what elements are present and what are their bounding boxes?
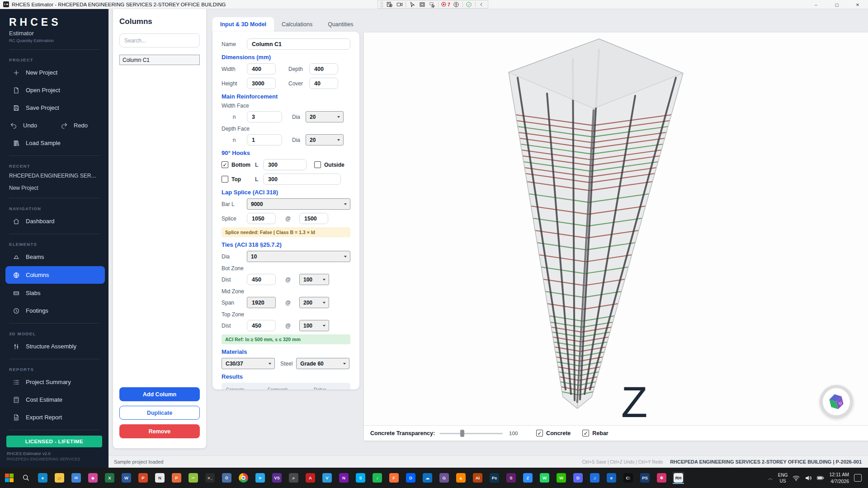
toolbar-grip-handle[interactable] bbox=[380, 1, 383, 7]
collapse-toolbar-icon[interactable] bbox=[478, 1, 486, 8]
taskbar-paint-icon[interactable]: P bbox=[171, 472, 182, 484]
taskbar-dropbox-icon[interactable]: D bbox=[405, 472, 416, 484]
sidebar-item-save-project[interactable]: Save Project bbox=[0, 99, 108, 117]
battery-icon[interactable] bbox=[817, 474, 824, 482]
sidebar-item-structure-assembly[interactable]: Structure Assembly bbox=[0, 338, 108, 355]
top-spacing-select[interactable]: 100 bbox=[299, 320, 329, 331]
tray-overflow-chevron-icon[interactable]: ︿ bbox=[768, 475, 773, 482]
height-field[interactable] bbox=[247, 78, 276, 89]
clock[interactable]: 12:11 AM 4/7/2026 bbox=[829, 471, 849, 484]
region-capture-icon[interactable] bbox=[418, 1, 426, 8]
transparency-slider[interactable] bbox=[439, 429, 503, 437]
top-dist-field[interactable] bbox=[247, 320, 276, 331]
steel-grade-select[interactable]: Grade 60 bbox=[296, 358, 349, 369]
taskbar-groove-music-icon[interactable]: ♫ bbox=[589, 472, 600, 484]
action-center-icon[interactable] bbox=[854, 474, 862, 482]
taskbar-onedrive-icon[interactable]: ☁ bbox=[422, 472, 433, 484]
language-indicator[interactable]: ENG US bbox=[778, 472, 788, 484]
taskbar-word-icon[interactable]: W bbox=[121, 472, 132, 484]
model-canvas[interactable]: Z Y X U bbox=[364, 33, 868, 425]
concrete-grade-select[interactable]: C30/37 bbox=[222, 358, 275, 369]
taskbar-vlc-icon[interactable]: ▲ bbox=[455, 472, 467, 484]
sidebar-item-open-project[interactable]: Open Project bbox=[0, 81, 108, 99]
viewport-3d[interactable]: Z Y X U Concrete Transparency: 100 Concr… bbox=[364, 33, 868, 441]
tab-calculations[interactable]: Calculations bbox=[274, 17, 320, 32]
taskbar-skype-icon[interactable]: S bbox=[355, 472, 366, 484]
splice-spacing-field[interactable] bbox=[299, 213, 328, 224]
sidebar-item-slabs[interactable]: Slabs bbox=[0, 284, 108, 302]
taskbar-petal-app-icon[interactable]: ✽ bbox=[656, 472, 667, 484]
taskbar-search-icon[interactable] bbox=[20, 472, 32, 484]
sidebar-item-project-summary[interactable]: Project Summary bbox=[0, 373, 108, 391]
rebar-checkbox[interactable] bbox=[582, 430, 589, 436]
mid-spacing-select[interactable]: 200 bbox=[299, 297, 329, 308]
taskbar-spotify-icon[interactable]: ♪ bbox=[372, 472, 383, 484]
wifi-icon[interactable] bbox=[793, 474, 800, 482]
taskbar-notepad-icon[interactable]: N bbox=[154, 472, 165, 484]
maximize-button[interactable]: ▢ bbox=[826, 0, 847, 9]
sidebar-item-undo[interactable]: Undo bbox=[0, 117, 58, 134]
taskbar-illustrator-icon[interactable]: Ai bbox=[472, 472, 483, 484]
taskbar-edge-browser-icon[interactable]: e bbox=[37, 472, 48, 484]
taskbar-wechat-icon[interactable]: W bbox=[556, 472, 567, 484]
taskbar-zoom-icon[interactable]: Z bbox=[522, 472, 533, 484]
bot-spacing-select[interactable]: 100 bbox=[299, 274, 329, 285]
bar-length-select[interactable]: 9000 bbox=[247, 198, 350, 210]
slider-track[interactable] bbox=[439, 433, 503, 434]
taskbar-acrobat-icon[interactable]: A bbox=[305, 472, 316, 484]
taskbar-visual-studio-icon[interactable]: VS bbox=[271, 472, 283, 484]
taskbar-powershell-icon[interactable]: PS bbox=[639, 472, 651, 484]
recent-item-rhcepeda-engineering-services-2[interactable]: RHCEPEDA ENGINEERING SERVICES 2... bbox=[0, 170, 108, 182]
license-badge[interactable]: LICENSED - LIFETIME bbox=[6, 436, 102, 447]
width-face-n-field[interactable] bbox=[247, 111, 282, 122]
close-button[interactable]: ✕ bbox=[847, 0, 868, 9]
remove-button[interactable]: Remove bbox=[119, 424, 200, 438]
column-list-item[interactable]: Column C1 bbox=[119, 55, 200, 65]
recent-item-new-project[interactable]: New Project bbox=[0, 182, 108, 194]
taskbar-start-icon[interactable] bbox=[4, 472, 15, 484]
taskbar-excel-icon[interactable]: X bbox=[104, 472, 115, 484]
sidebar-item-beams[interactable]: Beams bbox=[0, 248, 108, 266]
taskbar-photos-icon[interactable]: ◆ bbox=[87, 472, 99, 484]
search-input[interactable] bbox=[119, 33, 200, 47]
depth-face-dia-select[interactable]: 20 bbox=[306, 134, 344, 145]
taskbar-onenote-icon[interactable]: N bbox=[338, 472, 349, 484]
taskbar-slack-icon[interactable]: S bbox=[505, 472, 517, 484]
capture-settings-icon[interactable] bbox=[386, 1, 393, 8]
taskbar-chrome-icon[interactable] bbox=[238, 472, 249, 484]
cursor-capture-icon[interactable] bbox=[408, 1, 416, 8]
sidebar-item-footings[interactable]: Footings bbox=[0, 302, 108, 319]
sidebar-item-export-report[interactable]: Export Report bbox=[0, 408, 108, 426]
taskbar-snipping-tool-icon[interactable]: ✂ bbox=[188, 472, 199, 484]
duplicate-button[interactable]: Duplicate bbox=[119, 406, 200, 420]
mid-span-field[interactable] bbox=[247, 297, 276, 308]
taskbar-internet-explorer-icon[interactable]: e bbox=[606, 472, 617, 484]
splice-length-field[interactable] bbox=[247, 213, 276, 224]
taskbar-firefox-icon[interactable]: F bbox=[388, 472, 400, 484]
taskbar-settings-icon[interactable]: ⚙ bbox=[221, 472, 232, 484]
tie-dia-select[interactable]: 10 bbox=[247, 251, 350, 262]
slider-thumb[interactable] bbox=[460, 430, 464, 437]
concrete-checkbox[interactable] bbox=[536, 430, 543, 436]
taskbar-file-search-icon[interactable]: ⌕ bbox=[288, 472, 299, 484]
taskbar-file-explorer-icon[interactable]: ▱ bbox=[54, 472, 65, 484]
taskbar-telegram-icon[interactable]: ➤ bbox=[255, 472, 266, 484]
width-field[interactable] bbox=[247, 63, 276, 75]
minimize-button[interactable]: – bbox=[806, 0, 826, 9]
sidebar-item-dashboard[interactable]: Dashboard bbox=[0, 212, 108, 230]
bottom-hook-length-field[interactable] bbox=[263, 159, 307, 170]
sidebar-item-load-sample[interactable]: Load Sample bbox=[0, 134, 108, 152]
depth-field[interactable] bbox=[309, 63, 338, 75]
screen-record-icon[interactable] bbox=[396, 1, 403, 8]
taskbar-mail-icon[interactable]: ✉ bbox=[71, 472, 82, 484]
name-field[interactable] bbox=[247, 38, 350, 50]
window-capture-icon[interactable] bbox=[428, 1, 436, 8]
volume-icon[interactable] bbox=[805, 474, 812, 482]
bot-dist-field[interactable] bbox=[247, 274, 276, 285]
bottom-hook-checkbox[interactable] bbox=[222, 161, 228, 168]
cover-field[interactable] bbox=[309, 78, 338, 89]
top-hook-length-field[interactable] bbox=[263, 174, 341, 185]
record-counter[interactable]: 7 bbox=[441, 1, 450, 7]
sidebar-item-cost-estimate[interactable]: Cost Estimate bbox=[0, 391, 108, 408]
taskbar-terminal-icon[interactable]: >_ bbox=[204, 472, 216, 484]
